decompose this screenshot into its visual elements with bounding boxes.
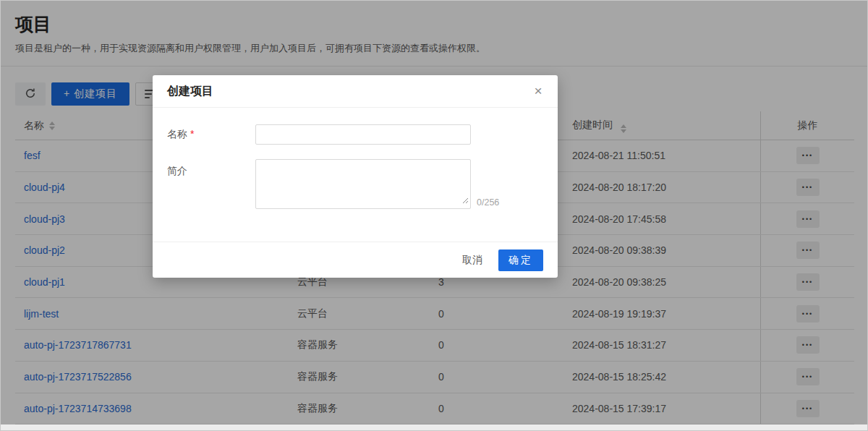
dialog-title: 创建项目	[167, 84, 213, 99]
description-textarea-wrap	[255, 159, 471, 209]
dialog-body: 名称* 简介 0/256	[153, 108, 558, 209]
confirm-button[interactable]: 确定	[498, 249, 543, 271]
project-description-textarea[interactable]	[255, 159, 471, 209]
create-project-dialog: 创建项目 × 名称* 简介	[153, 75, 558, 278]
description-field-row: 简介 0/256	[167, 159, 543, 209]
resize-handle-icon[interactable]	[462, 194, 469, 207]
close-icon[interactable]: ×	[529, 82, 547, 100]
description-field-label: 简介	[167, 159, 255, 178]
project-name-input[interactable]	[255, 124, 471, 145]
dialog-footer: 取消 确定	[153, 242, 558, 278]
name-field-label: 名称*	[167, 128, 255, 141]
dialog-header: 创建项目 ×	[153, 75, 558, 108]
app-viewport: 项目 项目是租户的一种，用于实现资源隔离和用户权限管理，用户加入项目后，可拥有项…	[0, 0, 868, 431]
char-counter: 0/256	[477, 197, 499, 209]
name-field-row: 名称*	[167, 124, 543, 145]
cancel-button[interactable]: 取消	[462, 254, 482, 267]
required-asterisk: *	[190, 128, 194, 140]
scrollbar-track[interactable]	[1, 424, 867, 430]
